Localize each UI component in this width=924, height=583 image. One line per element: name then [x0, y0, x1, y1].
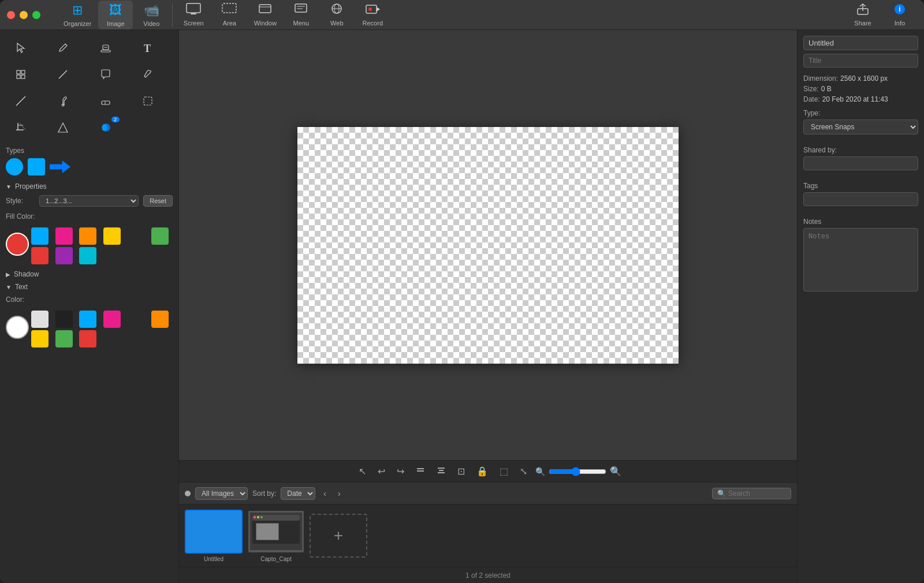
- text-color-red[interactable]: [79, 330, 96, 347]
- fill-color-empty: [127, 227, 144, 245]
- date-select[interactable]: Date: [281, 487, 315, 500]
- film-thumb-1[interactable]: [185, 510, 243, 554]
- toolbar-window[interactable]: Window: [248, 1, 282, 29]
- crop-tool[interactable]: [6, 115, 36, 140]
- edit-toolbar: ↖ ↩ ↪ ⊡ 🔒 ⬚: [179, 460, 797, 482]
- canvas[interactable]: [297, 127, 679, 364]
- crosshair-tool[interactable]: [6, 62, 36, 87]
- subtitle-input[interactable]: [803, 54, 918, 68]
- film-label-2: Capto_Capt: [260, 556, 291, 562]
- crop-btn[interactable]: ⊡: [454, 465, 468, 478]
- zoom-slider[interactable]: [549, 467, 606, 476]
- film-item-2[interactable]: Capto_Capt: [247, 510, 305, 562]
- close-button[interactable]: [7, 11, 15, 19]
- status-bar: 1 of 2 selected: [179, 567, 797, 583]
- toolbar-video[interactable]: 📹 Video: [134, 1, 169, 29]
- toolbar-organizer[interactable]: ⊞ Organizer: [58, 1, 97, 29]
- dot-indicator: [185, 491, 191, 496]
- toolbar-image[interactable]: 🖼 Image: [98, 1, 133, 29]
- film-add-button[interactable]: +: [310, 514, 367, 558]
- fill-color-yellow[interactable]: [103, 227, 121, 245]
- canvas-container[interactable]: [179, 30, 797, 460]
- selection-tool[interactable]: [133, 89, 163, 113]
- toolbar-menu[interactable]: Menu: [284, 1, 318, 29]
- redo-btn[interactable]: ↪: [393, 465, 408, 478]
- notes-textarea[interactable]: [803, 228, 918, 292]
- status-text: 1 of 2 selected: [465, 571, 511, 580]
- eraser-tool[interactable]: [91, 89, 121, 113]
- minimize-button[interactable]: [20, 11, 28, 19]
- size-label: Size:: [803, 85, 819, 93]
- align-center-btn[interactable]: [433, 465, 449, 479]
- shape-tool[interactable]: [48, 115, 78, 140]
- prev-btn[interactable]: ‹: [320, 488, 330, 499]
- properties-label: Properties: [15, 182, 47, 190]
- highlight-tool[interactable]: [133, 62, 163, 87]
- text-tool[interactable]: T: [133, 36, 163, 60]
- shared-input[interactable]: [803, 156, 918, 170]
- frame-btn[interactable]: ⬚: [496, 465, 512, 478]
- expand-btn[interactable]: ⤡: [516, 465, 531, 478]
- toolbar-area[interactable]: Area: [212, 1, 247, 29]
- toolbar-web[interactable]: Web: [319, 1, 354, 29]
- type-square[interactable]: [28, 158, 45, 175]
- svg-rect-28: [102, 101, 110, 104]
- fill-color-red2[interactable]: [31, 247, 49, 264]
- type-arrow[interactable]: [50, 160, 70, 173]
- stamp-tool[interactable]: [91, 36, 121, 60]
- fill-color-purple[interactable]: [55, 247, 73, 264]
- lock-btn[interactable]: 🔒: [473, 465, 491, 478]
- type-circle[interactable]: [6, 158, 23, 175]
- pen-tool[interactable]: [48, 36, 78, 60]
- record-icon: [365, 3, 380, 17]
- shadow-header[interactable]: ▶ Shadow: [6, 270, 173, 278]
- fill-color-red[interactable]: [6, 233, 29, 256]
- select-tool[interactable]: [6, 36, 36, 60]
- search-icon: 🔍: [717, 489, 726, 498]
- align-left-btn[interactable]: [412, 465, 429, 479]
- all-images-select[interactable]: All Images: [195, 487, 248, 500]
- toolbar-screen[interactable]: Screen: [176, 1, 211, 29]
- text-color-blue[interactable]: [79, 311, 96, 328]
- blur-tool[interactable]: 2: [91, 115, 121, 140]
- toolbar-share[interactable]: Share: [845, 1, 880, 29]
- speech-bubble-tool[interactable]: [91, 62, 121, 87]
- text-color-lightgray[interactable]: [31, 311, 49, 328]
- fill-color-pink[interactable]: [55, 227, 73, 245]
- text-color-orange[interactable]: [151, 311, 169, 328]
- fullscreen-button[interactable]: [32, 11, 40, 19]
- text-color-yellow[interactable]: [31, 330, 49, 347]
- next-btn[interactable]: ›: [334, 488, 344, 499]
- text-color-white[interactable]: [6, 316, 29, 339]
- fill-color-orange[interactable]: [79, 227, 96, 245]
- type-select[interactable]: Screen Snaps All: [803, 119, 918, 134]
- text-color-black[interactable]: [55, 311, 73, 328]
- fill-color-green[interactable]: [151, 227, 169, 245]
- straight-line-tool[interactable]: [6, 89, 36, 113]
- search-input[interactable]: [728, 489, 786, 498]
- film-item-1[interactable]: Untitled: [185, 510, 243, 562]
- svg-text:T: T: [144, 43, 151, 54]
- undo-btn[interactable]: ↩: [374, 465, 389, 478]
- search-box[interactable]: 🔍: [712, 488, 791, 499]
- line-tool[interactable]: [48, 62, 78, 87]
- svg-marker-35: [58, 123, 68, 132]
- dropper-tool[interactable]: [48, 89, 78, 113]
- style-select[interactable]: 1...2...3... A...B...C...: [39, 195, 139, 207]
- title-input[interactable]: [803, 36, 918, 50]
- text-color-pink[interactable]: [103, 311, 121, 328]
- fill-color-blue[interactable]: [31, 227, 49, 245]
- film-thumb-2[interactable]: [247, 510, 305, 554]
- fill-color-cyan[interactable]: [79, 247, 96, 264]
- tags-input[interactable]: [803, 192, 918, 206]
- svg-rect-1: [191, 13, 196, 14]
- reset-button[interactable]: Reset: [143, 195, 173, 207]
- text-header[interactable]: ▼ Text: [6, 283, 173, 291]
- image-icon: 🖼: [109, 3, 122, 18]
- pointer-tool-btn[interactable]: ↖: [355, 465, 370, 478]
- text-expand-icon: ▼: [6, 284, 12, 290]
- text-color-green[interactable]: [55, 330, 73, 347]
- toolbar-info[interactable]: i Info: [882, 1, 917, 29]
- toolbar-record[interactable]: Record: [355, 1, 390, 29]
- properties-header[interactable]: ▼ Properties: [6, 182, 173, 190]
